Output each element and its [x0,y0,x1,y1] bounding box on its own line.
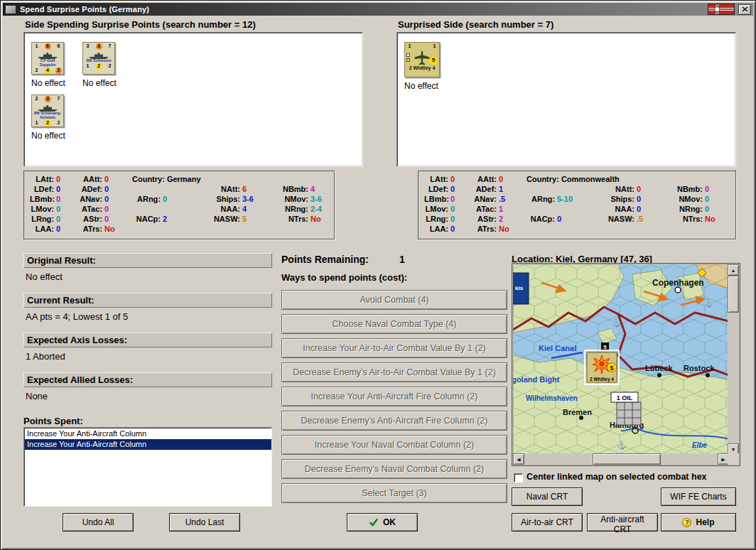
stat-natt: NAtt:6 [210,185,247,193]
unit-cell: 337BB Schlesien122No effect [82,42,124,88]
spend-button[interactable]: Select Target (3) [281,483,507,503]
stat-nmov: NMov:0 [676,195,709,203]
stat-anav: ANav:0 [77,195,109,203]
map-horizontal-scrollbar[interactable]: ◀ ▶ [513,453,729,465]
result-section-value: None [26,391,48,401]
stack-chip-value: 5 [603,344,607,350]
close-icon [742,6,748,12]
unit-side-chip: 5 [429,56,438,65]
spend-button[interactable]: Decrease Enemy's Anti-Aircraft Fire Colu… [281,411,507,431]
anti-aircraft-crt-button[interactable]: Anti-aircraft CRT [587,513,658,532]
stat-laa: LAA:0 [30,225,60,233]
help-icon: ? [682,518,691,527]
window-icon [5,5,16,14]
stat-adef: ADef:0 [77,185,109,193]
points-remaining-label: Points Remaining: [281,254,369,265]
stat-lmov: LMov:0 [424,205,455,213]
help-label: Help [696,517,714,527]
unit-counter[interactable]: 237BB Schleswig-Holstein122 [31,95,64,127]
stat-nacp: NACp:0 [526,215,561,223]
map-scroll-corner [728,453,739,465]
naval-crt-button[interactable]: Naval CRT [512,487,583,506]
stat-lrng: LRng:0 [424,215,455,223]
map-scroll-left-button[interactable]: ◀ [513,453,524,465]
close-button[interactable] [738,4,751,15]
surprised-section-header: Surprised Side (search number = 7) [398,19,554,30]
map-vscroll-thumb[interactable] [728,276,739,313]
wif-fe-charts-button[interactable]: WIF FE Charts [661,487,736,506]
stat-countrycommonwealth: Country: Commonwealth [526,175,620,183]
spender-units-panel: 166CV Graf Zeppelin242No effect337BB Sch… [23,32,363,167]
unit-name: BB Schlesien [83,58,114,63]
points-spent-list[interactable]: Increase Your Anti-Aircraft ColumnIncrea… [23,427,272,507]
stat-ships: Ships:3-6 [210,195,254,203]
pilot-marker [406,53,410,57]
stat-atac: ATac:1 [471,205,503,213]
anchor-icon: ⚓ [703,298,713,308]
spend-button[interactable]: Increase Your Naval Combat Column (2) [281,435,507,455]
stat-nbmb: NBmb:0 [676,185,709,193]
map-label-rostock: Rostock [684,364,715,372]
unit-counter[interactable]: 166CV Graf Zeppelin242 [31,42,64,75]
unit-result: No effect [31,78,72,88]
spend-button[interactable]: Choose Naval Combat Type (4) [281,314,507,334]
sea-area-box: kis [513,273,529,304]
spend-button[interactable]: Increase Your Air-to-Air Combat Value By… [281,338,507,358]
stat-arng: ARng:5-10 [526,195,573,203]
surprised-unit-list: 112 Whitley 45No effect [399,36,512,91]
stat-arng: ARng:0 [132,195,167,203]
ok-button[interactable]: OK [347,513,418,532]
stat-ldef: LDef:0 [30,185,60,193]
surprised-stats-box: LAtt:0LDef:0LBmb:0LMov:0LRng:0LAA:0AAtt:… [418,171,736,239]
stat-latt: LAtt:0 [424,175,455,183]
help-button[interactable]: ? Help [661,513,736,532]
map-label-elbe: Elbe [692,441,708,449]
spend-button[interactable]: Decrease Enemy's Air-to-Air Combat Value… [281,362,507,382]
stat-nasw: NASW:5 [210,215,247,223]
stack-size-chip: 5 [601,343,609,350]
combat-hex-counter[interactable]: 5 2 Whitley 4 [585,350,619,384]
spend-button[interactable]: Increase Your Anti-Aircraft Fire Column … [281,387,507,406]
map-label-kiel-canal: Kiel Canal [539,344,576,352]
spend-button[interactable]: Avoid Combat (4) [281,290,507,310]
stat-countrygermany: Country: Germany [132,175,201,183]
air-to-air-crt-button[interactable]: Air-to-air CRT [512,513,583,532]
stat-lbmb: LBmb:0 [424,195,455,203]
aircraft-icon [414,50,431,65]
counter-chip-value: 5 [610,365,613,372]
stat-laa: LAA:0 [424,225,455,233]
map-label-heligoland-bight: Heligoland Bight [513,375,560,384]
map-label-bremen: Bremen [563,408,592,416]
map-scroll-up-button[interactable]: ▲ [728,264,739,276]
unit-counter[interactable]: 337BB Schlesien122 [82,42,115,75]
stat-nacp: NACp:2 [132,215,167,223]
unit-cell: 237BB Schleswig-Holstein122No effect [31,95,72,141]
points-spent-item[interactable]: Increase Your Anti-Aircraft Column [25,439,271,450]
points-remaining-value: 1 [399,254,405,265]
points-spent-item[interactable]: Increase Your Anti-Aircraft Column [25,428,271,439]
undo-all-button[interactable]: Undo All [63,513,134,532]
german-flag-icon [708,4,735,15]
points-spent-label: Points Spent: [23,416,83,426]
ok-check-icon [369,518,379,527]
title-bar[interactable]: Spend Surprise Points (Germany) [3,3,753,16]
map[interactable]: kis ⚓ ⚓ ⚓ Copenhagen Kiel Canal Lübeck R… [513,264,729,455]
spend-button[interactable]: Decrease Enemy's Naval Combat Column (2) [281,459,507,479]
spender-section-header: Side Spending Surprise Points (search nu… [25,19,256,30]
result-section-header: Expected Allied Losses: [23,372,272,387]
help-icon-glyph: ? [685,519,689,526]
map-vertical-scrollbar[interactable]: ▲ ▼ [728,264,739,455]
stat-atac: ATac:0 [77,205,109,213]
stat-astr: AStr:0 [77,215,109,223]
stat-lrng: LRng:0 [30,215,60,223]
counter-name: 2 Whitley 4 [590,377,614,382]
anchor-icon: ⚓ [617,440,627,450]
unit-counter[interactable]: 112 Whitley 45 [404,42,440,77]
result-section-value: 1 Aborted [26,351,65,362]
undo-last-button[interactable]: Undo Last [169,513,240,532]
stat-ntrs: NTrs:No [676,215,716,223]
map-hscroll-thumb[interactable] [593,453,661,465]
center-map-checkbox[interactable] [514,473,523,482]
center-map-checkbox-label: Center linked map on selected combat hex [526,472,707,482]
sea-area-partial-label: kis [515,285,524,291]
